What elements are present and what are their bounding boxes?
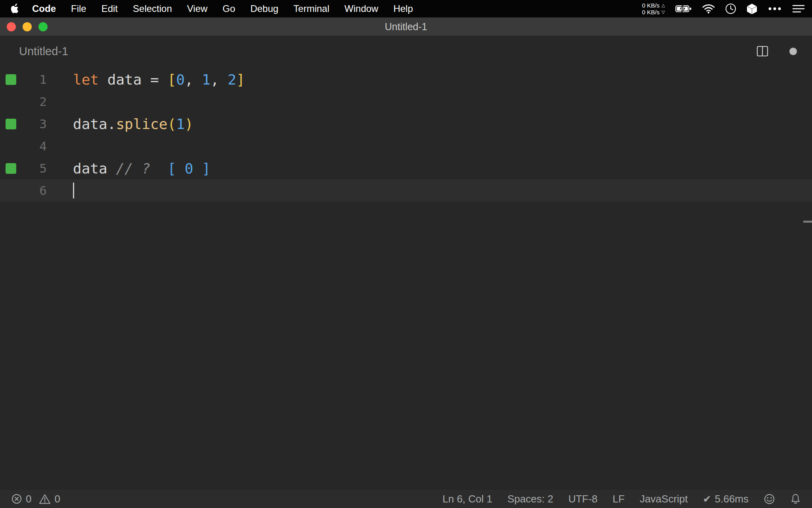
menu-item-app[interactable]: Code bbox=[25, 3, 63, 14]
cube-icon[interactable] bbox=[747, 3, 757, 15]
network-down-label: 0 KB/s bbox=[642, 9, 659, 15]
code-line[interactable]: 4 bbox=[0, 135, 812, 157]
statusbar: 0 0 Ln 6, Col 1 Spaces: 2 UTF-8 LF JavaS… bbox=[0, 490, 812, 508]
menu-item-debug[interactable]: Debug bbox=[243, 3, 286, 14]
eol-status[interactable]: LF bbox=[613, 493, 624, 505]
editor-header: Untitled-1 bbox=[0, 36, 812, 67]
menu-item-file[interactable]: File bbox=[63, 3, 94, 14]
perf-time: 5.66ms bbox=[715, 493, 749, 505]
menu-item-selection[interactable]: Selection bbox=[125, 3, 180, 14]
code-text[interactable]: data.splice(1) bbox=[73, 116, 193, 132]
notifications-bell-button[interactable] bbox=[790, 493, 801, 505]
up-arrow-icon: △ bbox=[662, 2, 665, 9]
line-number: 4 bbox=[16, 139, 47, 153]
check-icon: ✔ bbox=[703, 493, 711, 505]
quokka-perf-status[interactable]: ✔ 5.66ms bbox=[703, 493, 749, 505]
overview-ruler-mark bbox=[803, 221, 812, 223]
window-titlebar[interactable]: Untitled-1 bbox=[0, 17, 812, 36]
code-text[interactable]: let data = [0, 1, 2] bbox=[73, 71, 245, 88]
menu-item-view[interactable]: View bbox=[180, 3, 215, 14]
wifi-icon[interactable] bbox=[702, 4, 715, 13]
tab-untitled-1[interactable]: Untitled-1 bbox=[19, 45, 68, 58]
line-number: 2 bbox=[16, 94, 47, 109]
editor-actions bbox=[756, 45, 797, 58]
apple-icon bbox=[10, 4, 19, 14]
close-window-button[interactable] bbox=[7, 22, 16, 31]
code-lines: 1let data = [0, 1, 2]23data.splice(1)45d… bbox=[0, 68, 812, 202]
minimize-window-button[interactable] bbox=[23, 22, 32, 31]
code-editor[interactable]: 1let data = [0, 1, 2]23data.splice(1)45d… bbox=[0, 67, 812, 202]
cursor-position-status[interactable]: Ln 6, Col 1 bbox=[442, 493, 492, 505]
menu-item-edit[interactable]: Edit bbox=[94, 3, 125, 14]
traffic-lights bbox=[7, 17, 48, 36]
code-line[interactable]: 6 bbox=[0, 179, 812, 202]
feedback-smiley-button[interactable] bbox=[764, 493, 775, 505]
bell-icon bbox=[790, 493, 801, 505]
code-line[interactable]: 1let data = [0, 1, 2] bbox=[0, 68, 812, 90]
code-line[interactable]: 5data // ? [ 0 ] bbox=[0, 157, 812, 179]
warning-count: 0 bbox=[54, 493, 60, 505]
menu-item-window[interactable]: Window bbox=[337, 3, 386, 14]
coverage-placeholder bbox=[6, 96, 16, 107]
zoom-window-button[interactable] bbox=[38, 22, 48, 31]
line-number: 1 bbox=[16, 72, 47, 87]
unsaved-indicator-dot[interactable] bbox=[789, 48, 797, 55]
language-mode-status[interactable]: JavaScript bbox=[640, 493, 688, 505]
problems-status[interactable]: 0 0 bbox=[11, 493, 60, 505]
code-text[interactable]: data // ? [ 0 ] bbox=[73, 160, 211, 177]
quokka-coverage-marker bbox=[6, 119, 16, 129]
ellipsis-icon[interactable] bbox=[768, 7, 782, 11]
code-line[interactable]: 2 bbox=[0, 90, 812, 113]
menu-item-terminal[interactable]: Terminal bbox=[286, 3, 337, 14]
coverage-placeholder bbox=[6, 185, 16, 196]
menu-item-go[interactable]: Go bbox=[215, 3, 243, 14]
warning-icon bbox=[39, 494, 51, 504]
encoding-status[interactable]: UTF-8 bbox=[568, 493, 598, 505]
indentation-status[interactable]: Spaces: 2 bbox=[508, 493, 553, 505]
battery-charging-icon[interactable] bbox=[675, 4, 692, 13]
list-menu-icon[interactable] bbox=[792, 4, 805, 13]
macos-menubar: Code FileEditSelectionViewGoDebugTermina… bbox=[0, 0, 812, 17]
line-number: 3 bbox=[16, 117, 47, 131]
text-cursor bbox=[73, 183, 74, 198]
error-icon bbox=[11, 493, 22, 504]
coverage-placeholder bbox=[6, 141, 16, 152]
down-arrow-icon: ▽ bbox=[662, 9, 665, 15]
quokka-coverage-marker bbox=[6, 163, 16, 174]
clock-icon[interactable] bbox=[725, 3, 736, 14]
menu-item-help[interactable]: Help bbox=[386, 3, 420, 14]
window-title: Untitled-1 bbox=[385, 21, 427, 33]
smiley-icon bbox=[764, 493, 775, 505]
split-editor-button[interactable] bbox=[756, 45, 769, 58]
network-speed-menu-extra[interactable]: 0 KB/s △ 0 KB/s ▽ bbox=[642, 2, 665, 15]
code-text[interactable] bbox=[73, 183, 74, 198]
quokka-coverage-marker bbox=[6, 74, 16, 85]
network-up-label: 0 KB/s bbox=[642, 2, 659, 9]
line-number: 5 bbox=[16, 161, 47, 175]
menu-items: Code FileEditSelectionViewGoDebugTermina… bbox=[25, 3, 421, 14]
error-count: 0 bbox=[26, 493, 31, 505]
code-line[interactable]: 3data.splice(1) bbox=[0, 113, 812, 135]
menubar-status-icons: 0 KB/s △ 0 KB/s ▽ bbox=[642, 2, 805, 15]
apple-menu[interactable] bbox=[7, 4, 25, 14]
line-number: 6 bbox=[16, 183, 47, 198]
